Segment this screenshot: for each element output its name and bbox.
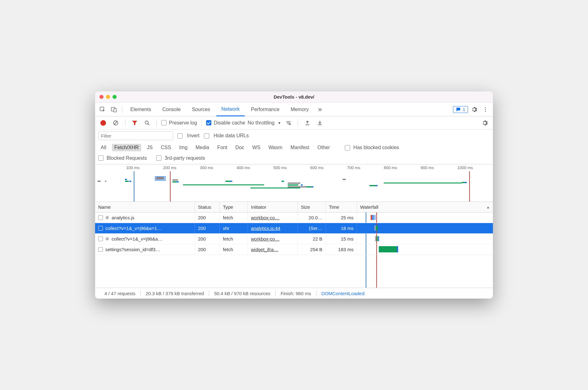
clear-icon[interactable] <box>111 118 121 128</box>
tick: 500 ms <box>273 165 287 170</box>
tab-network[interactable]: Network <box>216 103 245 116</box>
request-size: 254 B <box>298 244 326 255</box>
request-initiator[interactable]: widget_ifra… <box>251 247 278 252</box>
row-checkbox[interactable] <box>98 247 103 252</box>
has-blocked-cookies-checkbox[interactable] <box>345 145 350 150</box>
search-icon[interactable] <box>142 118 152 128</box>
network-conditions-icon[interactable] <box>283 118 293 128</box>
issues-button[interactable]: 1 <box>453 106 468 113</box>
col-waterfall[interactable]: Waterfall▲ <box>357 202 493 212</box>
devtools-window: DevTools - v8.dev/ Elements Console Sour… <box>95 91 493 299</box>
tab-memory[interactable]: Memory <box>286 103 314 116</box>
table-row[interactable]: ⚙ analytics.js 200 fetch workbox-co… 20.… <box>95 212 493 223</box>
filter-chip-media[interactable]: Media <box>193 144 212 151</box>
close-window-button[interactable] <box>99 95 104 99</box>
col-initiator[interactable]: Initiator <box>248 202 298 212</box>
waterfall-cell <box>357 234 493 244</box>
col-size[interactable]: Size <box>298 202 326 212</box>
hide-data-urls-label: Hide data URLs <box>214 133 249 139</box>
request-status: 200 <box>195 244 220 255</box>
import-har-icon[interactable] <box>302 118 312 128</box>
tick: 700 ms <box>347 165 360 170</box>
panel-settings-icon[interactable] <box>480 118 490 128</box>
tab-elements[interactable]: Elements <box>125 103 156 116</box>
inspect-icon[interactable] <box>98 105 108 115</box>
filter-row: Invert Hide data URLs <box>95 129 493 142</box>
filter-chip-fetchxhr[interactable]: Fetch/XHR <box>112 144 141 151</box>
request-initiator[interactable]: workbox-co… <box>251 215 280 220</box>
device-toggle-icon[interactable] <box>109 105 119 115</box>
tab-console[interactable]: Console <box>157 103 186 116</box>
disable-cache-checkbox[interactable] <box>206 120 211 125</box>
svg-point-4 <box>485 109 486 110</box>
filter-chip-manifest[interactable]: Manifest <box>288 144 312 151</box>
request-status: 200 <box>195 212 220 223</box>
invert-checkbox[interactable] <box>177 133 183 139</box>
kebab-menu-icon[interactable] <box>480 105 490 115</box>
request-initiator[interactable]: analytics.js:44 <box>251 226 280 231</box>
tick: 200 ms <box>163 165 176 170</box>
filter-chip-other[interactable]: Other <box>315 144 332 151</box>
divider <box>125 119 125 126</box>
has-blocked-cookies-label: Has blocked cookies <box>353 145 399 150</box>
table-row[interactable]: settings?session_id=df3… 200 fetch widge… <box>95 244 493 255</box>
request-initiator[interactable]: workbox-co… <box>251 236 280 241</box>
request-name: collect?v=1&_v=j96&a=1… <box>105 226 162 231</box>
blocked-requests-label: Blocked Requests <box>107 155 147 161</box>
filter-toggle-icon[interactable] <box>130 118 140 128</box>
third-party-checkbox[interactable] <box>156 155 161 161</box>
col-time[interactable]: Time <box>326 202 357 212</box>
hide-data-urls-checkbox[interactable] <box>204 133 209 139</box>
tab-sources[interactable]: Sources <box>187 103 215 116</box>
blocked-requests-checkbox[interactable] <box>98 155 104 161</box>
traffic-lights <box>95 95 117 99</box>
svg-point-8 <box>145 121 148 124</box>
status-resources: 50.4 kB / 970 kB resources <box>209 291 275 296</box>
status-bar: 4 / 47 requests 20.3 kB / 379 kB transfe… <box>95 288 493 299</box>
request-time: 18 ms <box>326 223 357 233</box>
record-button[interactable] <box>98 118 108 128</box>
minimize-window-button[interactable] <box>106 95 110 99</box>
row-checkbox[interactable] <box>98 215 103 220</box>
timeline-marker-red <box>170 171 171 202</box>
titlebar: DevTools - v8.dev/ <box>95 91 493 103</box>
filter-chip-img[interactable]: Img <box>177 144 190 151</box>
col-name[interactable]: Name <box>95 202 195 212</box>
request-type: fetch <box>220 244 248 255</box>
filter-chip-wasm[interactable]: Wasm <box>266 144 285 151</box>
zoom-window-button[interactable] <box>113 95 117 99</box>
table-row[interactable]: collect?v=1&_v=j96&a=1… 200 xhr analytic… <box>95 223 493 234</box>
preserve-log-checkbox[interactable] <box>161 120 166 125</box>
settings-icon[interactable] <box>469 105 479 115</box>
request-time: 25 ms <box>326 212 357 223</box>
request-time: 15 ms <box>326 234 357 244</box>
table-row[interactable]: ⚙ collect?v=1&_v=j96&a… 200 fetch workbo… <box>95 234 493 244</box>
more-tabs-button[interactable]: » <box>315 105 325 114</box>
filter-chip-all[interactable]: All <box>98 144 109 151</box>
col-type[interactable]: Type <box>220 202 248 212</box>
filter-chip-ws[interactable]: WS <box>250 144 263 151</box>
filter-chip-css[interactable]: CSS <box>158 144 174 151</box>
throttling-select[interactable]: No throttling ▼ <box>248 120 281 126</box>
filter-input[interactable] <box>98 131 173 140</box>
filter-chip-js[interactable]: JS <box>144 144 155 151</box>
timeline-overview[interactable]: 100 ms 200 ms 300 ms 400 ms 500 ms 600 m… <box>95 164 493 202</box>
status-transferred: 20.3 kB / 379 kB transferred <box>141 291 209 296</box>
export-har-icon[interactable] <box>315 118 325 128</box>
filter-chip-doc[interactable]: Doc <box>233 144 247 151</box>
row-checkbox[interactable] <box>98 226 103 231</box>
gear-icon: ⚙ <box>105 215 109 220</box>
col-status[interactable]: Status <box>195 202 220 212</box>
waterfall-cell <box>357 244 493 255</box>
network-toolbar: Preserve log Disable cache No throttling… <box>95 116 493 129</box>
row-checkbox[interactable] <box>98 236 103 241</box>
filter-row-3: Blocked Requests 3rd-party requests <box>95 153 493 164</box>
throttling-value: No throttling <box>248 120 274 126</box>
tab-performance[interactable]: Performance <box>246 103 285 116</box>
filter-chip-font[interactable]: Font <box>215 144 230 151</box>
svg-rect-11 <box>306 124 309 125</box>
tick: 1000 ms <box>457 165 473 170</box>
third-party-label: 3rd-party requests <box>165 155 205 161</box>
divider <box>201 119 202 126</box>
request-time: 183 ms <box>326 244 357 255</box>
